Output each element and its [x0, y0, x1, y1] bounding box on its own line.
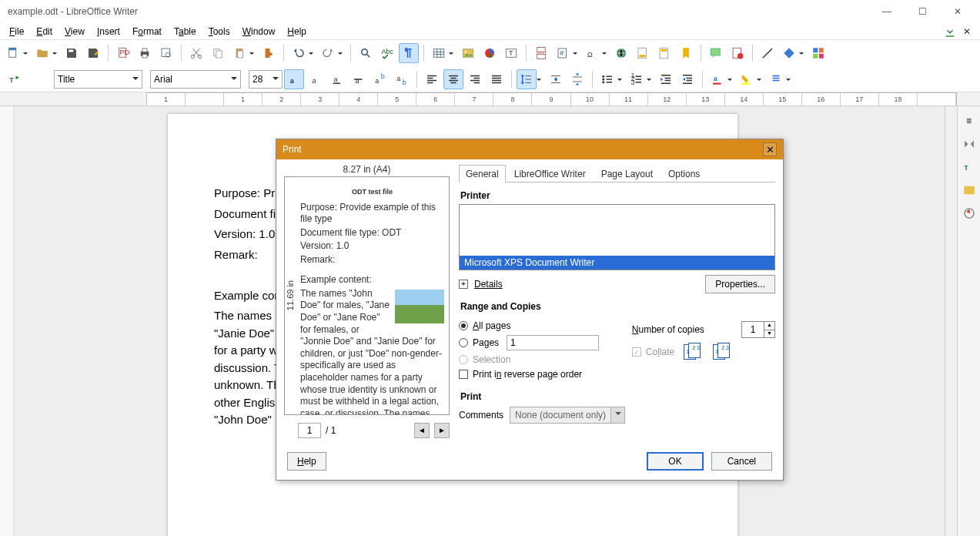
spacing-increase-button[interactable] [546, 69, 566, 89]
track-changes-button[interactable] [727, 43, 748, 63]
insert-image-button[interactable] [458, 43, 478, 63]
highlight-color-button[interactable] [737, 69, 757, 89]
cut-button[interactable] [186, 43, 206, 63]
bold-button[interactable]: a [284, 69, 304, 89]
basic-shapes-button[interactable] [779, 43, 799, 63]
hyperlink-button[interactable] [611, 43, 631, 63]
pages-input[interactable] [507, 335, 599, 350]
sidebar-menu-icon[interactable]: ≡ [961, 112, 978, 129]
numbered-list-button[interactable]: 123 [627, 69, 647, 89]
check-reverse-order[interactable]: Print in reverse page order [459, 369, 617, 380]
menu-tools[interactable]: Tools [202, 25, 236, 39]
insert-comment-button[interactable] [706, 43, 726, 63]
menu-file[interactable]: File [3, 25, 30, 39]
download-update-icon[interactable] [943, 25, 957, 39]
find-replace-button[interactable] [356, 43, 376, 63]
tab-general[interactable]: General [459, 165, 506, 183]
insert-table-button[interactable] [429, 43, 449, 63]
export-pdf-button[interactable]: PDF [113, 43, 133, 63]
formatting-marks-button[interactable] [399, 43, 419, 63]
sidebar-navigator-icon[interactable] [961, 205, 978, 222]
styles-sidebar-button[interactable]: T [5, 69, 25, 89]
radio-all-pages[interactable]: All pages [459, 320, 617, 331]
spellcheck-button[interactable]: Abc [377, 43, 397, 63]
sidebar-styles-icon[interactable]: T [961, 159, 978, 176]
printer-listbox[interactable]: Microsoft XPS Document Writer [459, 204, 775, 270]
draw-functions-button[interactable] [808, 43, 828, 63]
italic-button[interactable]: a [306, 69, 326, 89]
tab-writer[interactable]: LibreOffice Writer [507, 165, 593, 183]
menu-view[interactable]: View [59, 25, 91, 39]
save-button[interactable] [62, 43, 82, 63]
preview-next-button[interactable]: ► [434, 423, 450, 438]
paragraph-spacing-button[interactable] [766, 69, 786, 89]
justify-button[interactable] [487, 69, 507, 89]
paragraph-style-combo[interactable]: Title [54, 70, 142, 89]
tab-options[interactable]: Options [661, 165, 707, 183]
page-break-button[interactable] [531, 43, 551, 63]
menu-help[interactable]: Help [281, 25, 313, 39]
align-left-button[interactable] [422, 69, 442, 89]
copies-spinner[interactable]: ▲▼ [741, 321, 775, 338]
sidebar-properties-icon[interactable] [961, 136, 978, 152]
horizontal-ruler[interactable]: 1 12 34 56 78 910 1112 1314 1516 1718 [146, 92, 957, 106]
font-color-button[interactable]: a [707, 69, 727, 89]
insert-chart-button[interactable] [480, 43, 500, 63]
preview-page-input[interactable]: 1 [298, 423, 321, 438]
details-expander[interactable]: + [459, 280, 468, 289]
window-close-button[interactable]: ✕ [940, 0, 975, 23]
endnote-button[interactable] [654, 43, 674, 63]
dialog-titlebar[interactable]: Print ✕ [276, 139, 783, 159]
align-right-button[interactable] [465, 69, 485, 89]
window-maximize-button[interactable]: ☐ [905, 0, 940, 23]
strikethrough-button[interactable]: a [349, 69, 369, 89]
dialog-close-button[interactable]: ✕ [763, 142, 777, 156]
undo-button[interactable] [289, 43, 309, 63]
underline-button[interactable]: a [327, 69, 347, 89]
indent-increase-button[interactable] [656, 69, 676, 89]
print-preview-button[interactable] [156, 43, 176, 63]
footnote-button[interactable] [633, 43, 653, 63]
insert-field-button[interactable]: # [553, 43, 573, 63]
save-as-button[interactable] [83, 43, 103, 63]
tab-layout[interactable]: Page Layout [594, 165, 660, 183]
copy-button[interactable] [208, 43, 228, 63]
print-button[interactable] [135, 43, 155, 63]
font-name-combo[interactable]: Arial [150, 70, 241, 89]
new-document-button[interactable] [3, 43, 23, 63]
menu-insert[interactable]: Insert [91, 25, 126, 39]
insert-textbox-button[interactable]: T [501, 43, 521, 63]
clone-formatting-button[interactable] [259, 43, 279, 63]
window-minimize-button[interactable]: — [869, 0, 905, 23]
ok-button[interactable]: OK [647, 452, 703, 471]
details-label[interactable]: Details [474, 279, 503, 290]
printer-properties-button[interactable]: Properties... [705, 275, 775, 293]
printer-selected[interactable]: Microsoft XPS Document Writer [460, 256, 774, 270]
sidebar-gallery-icon[interactable] [961, 182, 978, 199]
menu-edit[interactable]: Edit [30, 25, 59, 39]
menu-table[interactable]: Table [168, 25, 202, 39]
radio-pages[interactable]: Pages [459, 335, 617, 350]
bookmark-button[interactable] [676, 43, 696, 63]
insert-line-button[interactable] [758, 43, 778, 63]
cancel-button[interactable]: Cancel [711, 452, 772, 471]
vertical-ruler[interactable] [0, 106, 14, 536]
menu-window[interactable]: Window [236, 25, 282, 39]
redo-button[interactable] [318, 43, 338, 63]
menu-format[interactable]: Format [126, 25, 168, 39]
help-button[interactable]: Help [287, 452, 326, 471]
subscript-button[interactable]: ab [392, 69, 412, 89]
vertical-scrollbar[interactable] [945, 106, 957, 536]
close-document-icon[interactable]: ✕ [960, 25, 974, 39]
line-spacing-button[interactable] [517, 69, 537, 89]
special-character-button[interactable]: Ω [582, 43, 602, 63]
open-button[interactable] [32, 43, 52, 63]
paste-button[interactable] [229, 43, 249, 63]
bullet-list-button[interactable] [597, 69, 617, 89]
preview-prev-button[interactable]: ◄ [414, 423, 430, 438]
align-center-button[interactable] [443, 69, 463, 89]
font-size-combo[interactable]: 28 [249, 70, 283, 89]
superscript-button[interactable]: ab [370, 69, 390, 89]
indent-decrease-button[interactable] [677, 69, 697, 89]
spacing-decrease-button[interactable] [567, 69, 587, 89]
